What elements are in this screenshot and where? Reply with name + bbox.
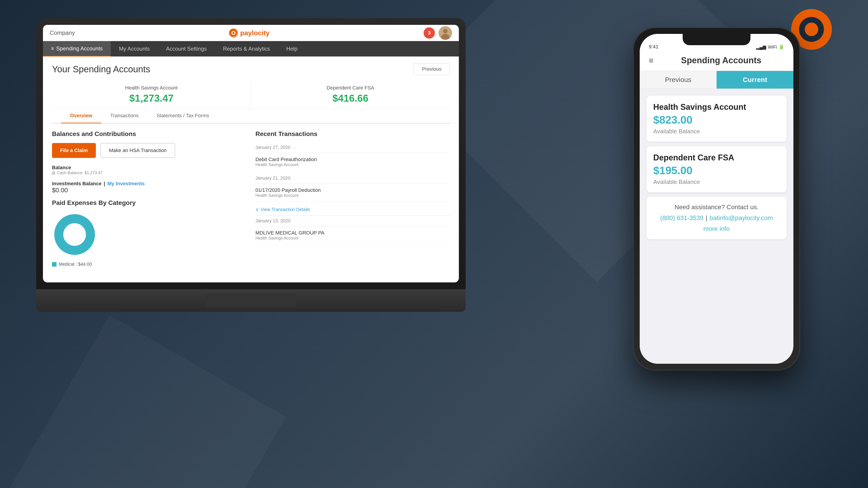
investments-label: Investments Balance [52, 181, 101, 187]
balances-section-title: Balances and Contributions [52, 130, 246, 138]
laptop-base [36, 289, 466, 312]
medical-legend-text: Medical : $44.00 [59, 262, 92, 267]
transaction-group-1: January 27, 2020 Debit Card Preauthoriza… [255, 142, 450, 171]
svg-point-2 [805, 23, 818, 36]
cash-balance: Cash Balance: $1,273.47 [52, 170, 246, 175]
laptop-device: Company paylocity 3 [36, 18, 466, 312]
transaction-item-1: Debit Card Preauthorization Health Savin… [255, 153, 450, 171]
cash-balance-text: Cash Balance: $1,273.47 [57, 170, 103, 175]
expenses-section: Paid Expenses By Category [52, 199, 246, 267]
phone-contact-email[interactable]: batinfo@paylocity.com [710, 215, 773, 222]
transaction-date-1: January 27, 2020 [255, 142, 450, 153]
chevron-down-icon: ∨ [255, 207, 259, 212]
top-right-actions: 3 [424, 26, 452, 40]
phone-time: 9:41 [649, 44, 658, 50]
phone-fsa-balance-label: Available Balance [653, 178, 780, 186]
page-title-row: Your Spending Accounts Previous [52, 63, 450, 75]
phone-content: Health Savings Account $823.00 Available… [640, 89, 794, 364]
investments-amount: $0.00 [52, 187, 246, 194]
expenses-title: Paid Expenses By Category [52, 199, 246, 206]
nav-label-settings: Account Settings [166, 46, 207, 52]
phone-hsa-card[interactable]: Health Savings Account $823.00 Available… [647, 96, 786, 142]
svg-point-7 [443, 29, 447, 33]
investments-separator: | [104, 181, 105, 187]
phone-hsa-balance-label: Available Balance [653, 128, 780, 135]
notification-badge[interactable]: 3 [424, 27, 435, 39]
page-header: Your Spending Accounts Previous Health S… [43, 57, 459, 124]
laptop-trackpad [206, 294, 296, 307]
nav-item-help[interactable]: Help [278, 41, 306, 57]
nav-bar: ≡ Spending Accounts My Accounts Account … [43, 41, 459, 57]
top-bar: Company paylocity 3 [43, 25, 459, 41]
phone-tab-current[interactable]: Current [717, 71, 794, 89]
content-area: Balances and Contributions File a Claim … [43, 124, 459, 279]
transactions-title: Recent Transactions [255, 130, 450, 138]
nav-label-reports: Reports & Analytics [223, 46, 270, 52]
signal-icon: ▂▄▆ [756, 44, 766, 50]
page-title: Your Spending Accounts [52, 64, 150, 74]
transaction-account-2: Health Savings Account [255, 193, 450, 198]
phone-title: Spending Accounts [658, 56, 784, 65]
phone-nav-tabs: Previous Current [640, 71, 794, 89]
transaction-date-3: January 13, 2020 [255, 216, 450, 226]
balance-section: Balance Cash Balance: $1,273.47 [52, 165, 246, 175]
nav-item-account-settings[interactable]: Account Settings [158, 41, 215, 57]
phone-hsa-amount: $823.00 [653, 113, 780, 126]
transaction-account-1: Health Savings Account [255, 162, 450, 167]
donut-chart [52, 212, 97, 257]
tab-statements[interactable]: Statements / Tax Forms [148, 109, 218, 123]
brand-icon [229, 29, 238, 37]
view-details-button[interactable]: ∨ View Transaction Details [255, 203, 450, 216]
main-content: Your Spending Accounts Previous Health S… [43, 57, 459, 283]
sub-nav: Overview Transactions Statements / Tax F… [52, 109, 450, 123]
company-label: Company [50, 29, 75, 36]
phone-contact-section: Need assistance? Contact us. (800) 631-3… [647, 197, 786, 239]
transaction-name-1: Debit Card Preauthorization [255, 157, 450, 162]
balance-square-icon [52, 171, 55, 175]
transaction-group-2: January 21, 2020 01/17/2020 Payroll Dedu… [255, 173, 450, 202]
phone-notch [683, 34, 750, 45]
hsa-amount: $1,273.47 [61, 93, 242, 104]
hsa-card[interactable]: Health Savings Account $1,273.47 [52, 80, 251, 108]
phone-status-icons: ▂▄▆ WiFi 🔋 [756, 44, 784, 50]
phone-fsa-amount: $195.00 [653, 164, 780, 177]
nav-item-my-accounts[interactable]: My Accounts [111, 41, 158, 57]
investments-section: Investments Balance | My Investments $0.… [52, 181, 246, 194]
phone-more-info-link[interactable]: more info [653, 225, 780, 232]
previous-button[interactable]: Previous [414, 63, 450, 75]
my-investments-link[interactable]: My Investments [107, 181, 145, 187]
phone-hamburger-icon[interactable]: ≡ [649, 56, 653, 65]
view-details-label: View Transaction Details [260, 207, 310, 212]
action-buttons: File a Claim Make an HSA Transaction [52, 143, 246, 158]
transaction-group-3: January 13, 2020 MDLIVE MEDICAL GROUP PA… [255, 216, 450, 245]
fsa-card[interactable]: Dependent Care FSA $416.66 [251, 80, 450, 108]
phone-contact-title: Need assistance? Contact us. [653, 203, 780, 211]
fsa-label: Dependent Care FSA [260, 85, 441, 91]
account-cards: Health Savings Account $1,273.47 Depende… [52, 80, 450, 109]
phone-fsa-card[interactable]: Dependent Care FSA $195.00 Available Bal… [647, 146, 786, 192]
nav-item-reports[interactable]: Reports & Analytics [215, 41, 278, 57]
nav-label-my-accounts: My Accounts [119, 46, 150, 52]
brand-name: paylocity [240, 29, 270, 37]
phone-screen: 9:41 ▂▄▆ WiFi 🔋 ≡ Spending Accounts Prev… [640, 34, 794, 364]
nav-item-spending-accounts[interactable]: ≡ Spending Accounts [43, 41, 111, 57]
transaction-name-3: MDLIVE MEDICAL GROUP PA [255, 230, 450, 236]
nav-label-spending: Spending Accounts [56, 45, 103, 52]
medical-legend-color [52, 262, 57, 267]
tab-transactions[interactable]: Transactions [101, 109, 148, 123]
fsa-amount: $416.66 [260, 93, 441, 104]
phone-fsa-name: Dependent Care FSA [653, 153, 780, 162]
phone-contact-separator: | [706, 215, 707, 222]
phone-tab-previous[interactable]: Previous [640, 71, 717, 89]
hsa-transaction-button[interactable]: Make an HSA Transaction [100, 143, 175, 158]
tab-overview[interactable]: Overview [61, 109, 101, 123]
avatar [438, 26, 452, 40]
phone-header: ≡ Spending Accounts [640, 52, 794, 71]
nav-label-help: Help [286, 46, 298, 52]
chart-legend: Medical : $44.00 [52, 262, 246, 267]
file-claim-button[interactable]: File a Claim [52, 143, 96, 158]
phone-contact-phone[interactable]: (800) 631-3539 [660, 215, 704, 222]
right-panel: Recent Transactions January 27, 2020 Deb… [255, 130, 450, 272]
phone-hsa-name: Health Savings Account [653, 102, 780, 112]
battery-icon: 🔋 [779, 44, 784, 50]
